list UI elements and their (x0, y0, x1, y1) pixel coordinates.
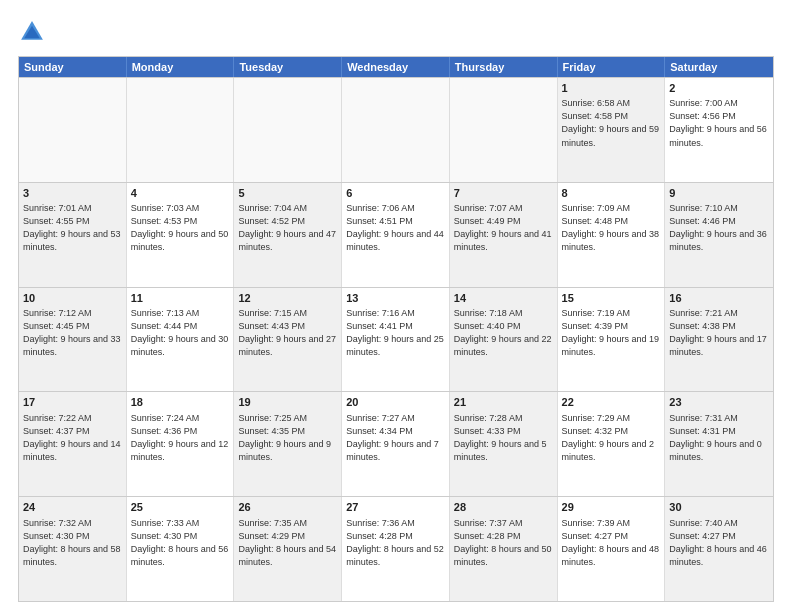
cal-cell: 25Sunrise: 7:33 AM Sunset: 4:30 PM Dayli… (127, 497, 235, 601)
cal-cell: 5Sunrise: 7:04 AM Sunset: 4:52 PM Daylig… (234, 183, 342, 287)
calendar-header: SundayMondayTuesdayWednesdayThursdayFrid… (19, 57, 773, 77)
calendar: SundayMondayTuesdayWednesdayThursdayFrid… (18, 56, 774, 602)
cell-info: Sunrise: 7:29 AM Sunset: 4:32 PM Dayligh… (562, 412, 661, 464)
cal-cell (19, 78, 127, 182)
cal-cell: 24Sunrise: 7:32 AM Sunset: 4:30 PM Dayli… (19, 497, 127, 601)
day-number: 19 (238, 395, 337, 410)
cell-info: Sunrise: 7:28 AM Sunset: 4:33 PM Dayligh… (454, 412, 553, 464)
cell-info: Sunrise: 7:36 AM Sunset: 4:28 PM Dayligh… (346, 517, 445, 569)
day-number: 22 (562, 395, 661, 410)
cal-cell: 30Sunrise: 7:40 AM Sunset: 4:27 PM Dayli… (665, 497, 773, 601)
logo (18, 18, 50, 46)
cal-cell (127, 78, 235, 182)
cal-cell: 14Sunrise: 7:18 AM Sunset: 4:40 PM Dayli… (450, 288, 558, 392)
cell-info: Sunrise: 7:27 AM Sunset: 4:34 PM Dayligh… (346, 412, 445, 464)
cell-info: Sunrise: 7:04 AM Sunset: 4:52 PM Dayligh… (238, 202, 337, 254)
cal-cell: 9Sunrise: 7:10 AM Sunset: 4:46 PM Daylig… (665, 183, 773, 287)
day-number: 28 (454, 500, 553, 515)
day-number: 2 (669, 81, 769, 96)
cell-info: Sunrise: 7:07 AM Sunset: 4:49 PM Dayligh… (454, 202, 553, 254)
cal-cell: 13Sunrise: 7:16 AM Sunset: 4:41 PM Dayli… (342, 288, 450, 392)
cell-info: Sunrise: 7:37 AM Sunset: 4:28 PM Dayligh… (454, 517, 553, 569)
week-row-1: 1Sunrise: 6:58 AM Sunset: 4:58 PM Daylig… (19, 77, 773, 182)
header-cell-monday: Monday (127, 57, 235, 77)
day-number: 4 (131, 186, 230, 201)
cell-info: Sunrise: 7:24 AM Sunset: 4:36 PM Dayligh… (131, 412, 230, 464)
day-number: 27 (346, 500, 445, 515)
day-number: 30 (669, 500, 769, 515)
week-row-4: 17Sunrise: 7:22 AM Sunset: 4:37 PM Dayli… (19, 391, 773, 496)
day-number: 9 (669, 186, 769, 201)
cal-cell: 23Sunrise: 7:31 AM Sunset: 4:31 PM Dayli… (665, 392, 773, 496)
day-number: 18 (131, 395, 230, 410)
day-number: 16 (669, 291, 769, 306)
cell-info: Sunrise: 7:19 AM Sunset: 4:39 PM Dayligh… (562, 307, 661, 359)
day-number: 10 (23, 291, 122, 306)
cell-info: Sunrise: 7:03 AM Sunset: 4:53 PM Dayligh… (131, 202, 230, 254)
cell-info: Sunrise: 7:09 AM Sunset: 4:48 PM Dayligh… (562, 202, 661, 254)
cal-cell: 4Sunrise: 7:03 AM Sunset: 4:53 PM Daylig… (127, 183, 235, 287)
day-number: 23 (669, 395, 769, 410)
cal-cell: 21Sunrise: 7:28 AM Sunset: 4:33 PM Dayli… (450, 392, 558, 496)
header-cell-friday: Friday (558, 57, 666, 77)
week-row-2: 3Sunrise: 7:01 AM Sunset: 4:55 PM Daylig… (19, 182, 773, 287)
cell-info: Sunrise: 7:40 AM Sunset: 4:27 PM Dayligh… (669, 517, 769, 569)
day-number: 13 (346, 291, 445, 306)
day-number: 3 (23, 186, 122, 201)
cal-cell: 12Sunrise: 7:15 AM Sunset: 4:43 PM Dayli… (234, 288, 342, 392)
logo-icon (18, 18, 46, 46)
cell-info: Sunrise: 7:18 AM Sunset: 4:40 PM Dayligh… (454, 307, 553, 359)
cal-cell: 11Sunrise: 7:13 AM Sunset: 4:44 PM Dayli… (127, 288, 235, 392)
cell-info: Sunrise: 7:21 AM Sunset: 4:38 PM Dayligh… (669, 307, 769, 359)
day-number: 24 (23, 500, 122, 515)
cell-info: Sunrise: 7:10 AM Sunset: 4:46 PM Dayligh… (669, 202, 769, 254)
calendar-body: 1Sunrise: 6:58 AM Sunset: 4:58 PM Daylig… (19, 77, 773, 601)
header-cell-thursday: Thursday (450, 57, 558, 77)
day-number: 1 (562, 81, 661, 96)
day-number: 20 (346, 395, 445, 410)
day-number: 11 (131, 291, 230, 306)
cal-cell: 15Sunrise: 7:19 AM Sunset: 4:39 PM Dayli… (558, 288, 666, 392)
cal-cell: 8Sunrise: 7:09 AM Sunset: 4:48 PM Daylig… (558, 183, 666, 287)
cal-cell: 16Sunrise: 7:21 AM Sunset: 4:38 PM Dayli… (665, 288, 773, 392)
cal-cell: 18Sunrise: 7:24 AM Sunset: 4:36 PM Dayli… (127, 392, 235, 496)
cell-info: Sunrise: 7:12 AM Sunset: 4:45 PM Dayligh… (23, 307, 122, 359)
day-number: 26 (238, 500, 337, 515)
cell-info: Sunrise: 7:31 AM Sunset: 4:31 PM Dayligh… (669, 412, 769, 464)
cell-info: Sunrise: 7:16 AM Sunset: 4:41 PM Dayligh… (346, 307, 445, 359)
cell-info: Sunrise: 7:25 AM Sunset: 4:35 PM Dayligh… (238, 412, 337, 464)
cal-cell: 19Sunrise: 7:25 AM Sunset: 4:35 PM Dayli… (234, 392, 342, 496)
day-number: 7 (454, 186, 553, 201)
header-cell-sunday: Sunday (19, 57, 127, 77)
cell-info: Sunrise: 6:58 AM Sunset: 4:58 PM Dayligh… (562, 97, 661, 149)
cal-cell: 2Sunrise: 7:00 AM Sunset: 4:56 PM Daylig… (665, 78, 773, 182)
day-number: 25 (131, 500, 230, 515)
header-cell-wednesday: Wednesday (342, 57, 450, 77)
day-number: 12 (238, 291, 337, 306)
day-number: 29 (562, 500, 661, 515)
cal-cell: 3Sunrise: 7:01 AM Sunset: 4:55 PM Daylig… (19, 183, 127, 287)
header-cell-tuesday: Tuesday (234, 57, 342, 77)
cal-cell (234, 78, 342, 182)
cell-info: Sunrise: 7:01 AM Sunset: 4:55 PM Dayligh… (23, 202, 122, 254)
cell-info: Sunrise: 7:35 AM Sunset: 4:29 PM Dayligh… (238, 517, 337, 569)
cal-cell: 6Sunrise: 7:06 AM Sunset: 4:51 PM Daylig… (342, 183, 450, 287)
cell-info: Sunrise: 7:22 AM Sunset: 4:37 PM Dayligh… (23, 412, 122, 464)
day-number: 21 (454, 395, 553, 410)
day-number: 17 (23, 395, 122, 410)
week-row-3: 10Sunrise: 7:12 AM Sunset: 4:45 PM Dayli… (19, 287, 773, 392)
cal-cell (342, 78, 450, 182)
cell-info: Sunrise: 7:15 AM Sunset: 4:43 PM Dayligh… (238, 307, 337, 359)
cal-cell: 1Sunrise: 6:58 AM Sunset: 4:58 PM Daylig… (558, 78, 666, 182)
week-row-5: 24Sunrise: 7:32 AM Sunset: 4:30 PM Dayli… (19, 496, 773, 601)
cal-cell: 28Sunrise: 7:37 AM Sunset: 4:28 PM Dayli… (450, 497, 558, 601)
cell-info: Sunrise: 7:33 AM Sunset: 4:30 PM Dayligh… (131, 517, 230, 569)
cal-cell: 29Sunrise: 7:39 AM Sunset: 4:27 PM Dayli… (558, 497, 666, 601)
cal-cell: 17Sunrise: 7:22 AM Sunset: 4:37 PM Dayli… (19, 392, 127, 496)
cell-info: Sunrise: 7:32 AM Sunset: 4:30 PM Dayligh… (23, 517, 122, 569)
day-number: 6 (346, 186, 445, 201)
day-number: 5 (238, 186, 337, 201)
header-cell-saturday: Saturday (665, 57, 773, 77)
day-number: 8 (562, 186, 661, 201)
cell-info: Sunrise: 7:39 AM Sunset: 4:27 PM Dayligh… (562, 517, 661, 569)
